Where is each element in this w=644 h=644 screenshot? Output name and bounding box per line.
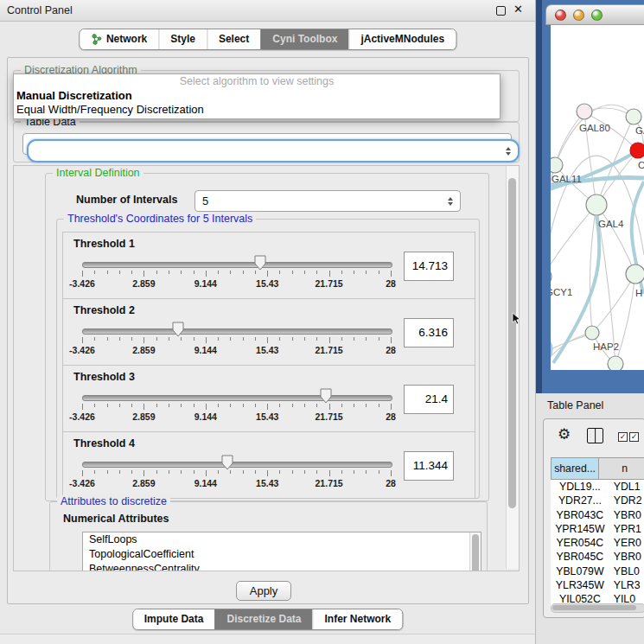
network-edge-thick[interactable] <box>551 150 638 194</box>
network-node[interactable] <box>608 356 623 370</box>
network-edge[interactable] <box>590 205 596 333</box>
network-node[interactable] <box>551 157 563 173</box>
cell-shared-name[interactable]: YLR345W <box>551 578 609 592</box>
tab-select[interactable]: Select <box>207 29 260 49</box>
algorithm-select[interactable] <box>27 139 520 163</box>
float-window-icon[interactable] <box>496 6 506 16</box>
network-edge[interactable] <box>592 274 635 333</box>
column-header-shared-name[interactable]: shared... <box>551 457 599 480</box>
tab-style[interactable]: Style <box>158 29 207 49</box>
network-edge[interactable] <box>551 205 596 277</box>
tab-label: Network <box>106 29 147 49</box>
network-window-titlebar[interactable] <box>545 4 644 25</box>
network-icon <box>91 33 102 46</box>
number-of-intervals-select[interactable]: 5 <box>194 190 461 212</box>
close-icon[interactable]: ✕ <box>513 3 523 16</box>
threshold-slider[interactable] <box>82 328 392 335</box>
column-header-name[interactable]: n <box>599 457 644 480</box>
table-row[interactable]: YBR043CYBR0 <box>551 508 644 522</box>
tab-network[interactable]: Network <box>80 29 158 49</box>
threshold-block: Threshold 2 -3.4262.8599.14415.4321.7152… <box>62 298 475 366</box>
threshold-slider[interactable] <box>82 462 392 468</box>
slider-thumb-icon[interactable] <box>320 388 332 404</box>
slider-thumb-icon[interactable] <box>221 455 233 470</box>
cell-shared-name[interactable]: YDR27... <box>551 494 609 507</box>
minimize-light-icon[interactable] <box>573 10 584 21</box>
attribute-list-item[interactable]: BetweennessCentrality <box>83 562 481 571</box>
network-edge[interactable] <box>555 112 584 165</box>
threshold-block: Threshold 1 -3.4262.8599.14415.4321.7152… <box>62 232 475 299</box>
attribute-list-item[interactable]: SelfLoops <box>83 532 481 547</box>
network-node[interactable] <box>626 109 641 124</box>
threshold-value-field[interactable]: 6.316 <box>404 318 454 348</box>
scale-label: 15.43 <box>256 411 278 422</box>
cell-name[interactable]: YLR3 <box>609 578 644 592</box>
cell-shared-name[interactable]: YBR045C <box>551 550 609 564</box>
cell-shared-name[interactable]: YBR043C <box>551 508 609 522</box>
cell-shared-name[interactable]: YBL079W <box>551 564 609 578</box>
cell-name[interactable]: YER0 <box>609 536 644 550</box>
cell-name[interactable]: YBL0 <box>609 564 644 578</box>
table-row[interactable]: YBL079WYBL0 <box>551 564 644 578</box>
network-canvas[interactable]: GAL80GACGAL11GAL4GCY1HHAP2 <box>551 25 644 370</box>
dropdown-option-manual-discretization[interactable]: Manual Discretization <box>14 89 500 103</box>
table-row[interactable]: YBR045CYBR0 <box>551 550 644 564</box>
settings-scrollbar[interactable] <box>506 166 519 569</box>
network-node[interactable] <box>626 265 644 284</box>
panel-title: Control Panel <box>7 0 73 21</box>
threshold-slider[interactable] <box>82 262 392 268</box>
network-node[interactable] <box>586 194 607 215</box>
tab-cyni-toolbox[interactable]: Cyni Toolbox <box>260 29 348 49</box>
threshold-value-field[interactable]: 14.713 <box>404 252 454 281</box>
threshold-value-field[interactable]: 11.344 <box>404 451 454 481</box>
scale-label: 2.859 <box>132 345 155 355</box>
gear-icon[interactable]: ⚙ <box>558 426 571 443</box>
network-node[interactable] <box>551 268 552 285</box>
table-row[interactable]: YPR145WYPR1 <box>551 522 644 536</box>
network-node[interactable] <box>577 104 592 119</box>
close-light-icon[interactable] <box>555 10 566 21</box>
dropdown-option-equal-width-frequency[interactable]: Equal Width/Frequency Discretization <box>14 103 500 117</box>
network-node[interactable] <box>585 326 599 340</box>
checkbox-icon[interactable]: ✓ <box>618 432 628 442</box>
checkbox-icon[interactable]: ✓ <box>629 432 639 442</box>
list-scrollbar[interactable] <box>469 532 481 571</box>
network-edge[interactable] <box>551 333 592 370</box>
network-edge-thick[interactable] <box>551 334 552 370</box>
tab-jactivemnodules[interactable]: jActiveMNodules <box>348 29 456 49</box>
slider-ticks <box>82 470 391 477</box>
threshold-slider[interactable] <box>82 395 392 401</box>
table-horizontal-scrollbar[interactable] <box>551 603 644 613</box>
table-row[interactable]: YDL19...YDL1 <box>551 480 644 494</box>
mouse-cursor <box>512 312 521 326</box>
numerical-attributes-list[interactable]: SelfLoopsTopologicalCoefficientBetweenne… <box>82 532 481 571</box>
table-row[interactable]: YDR27...YDR2 <box>551 494 644 507</box>
cell-name[interactable]: YBR0 <box>609 550 644 564</box>
network-node[interactable] <box>630 143 644 158</box>
tab-discretize-data[interactable]: Discretize Data <box>214 609 312 629</box>
slider-thumb-icon[interactable] <box>172 322 184 337</box>
slider-thumb-icon[interactable] <box>254 255 266 271</box>
cell-shared-name[interactable]: YER054C <box>551 536 609 550</box>
zoom-light-icon[interactable] <box>591 10 603 21</box>
cell-name[interactable]: YBR0 <box>609 508 644 522</box>
threshold-value-field[interactable]: 21.4 <box>404 385 454 414</box>
scale-label: 21.715 <box>316 345 343 355</box>
tab-infer-network[interactable]: Infer Network <box>313 609 403 629</box>
table-row[interactable]: YER054CYER0 <box>551 536 644 550</box>
node-label: GAL80 <box>579 123 610 133</box>
attribute-list-item[interactable]: TopologicalCoefficient <box>83 547 481 562</box>
cell-shared-name[interactable]: YPR145W <box>551 522 609 536</box>
node-attribute-table[interactable]: shared... n YDL19...YDL1YDR27...YDR2YBR0… <box>551 457 644 609</box>
tab-impute-data[interactable]: Impute Data <box>133 609 215 629</box>
split-columns-icon[interactable] <box>587 428 603 443</box>
scale-label: 15.43 <box>256 478 278 488</box>
cell-name[interactable]: YPR1 <box>609 522 644 536</box>
tab-label: Impute Data <box>144 609 204 629</box>
apply-button[interactable]: Apply <box>236 581 291 601</box>
table-row[interactable]: YLR345WYLR3 <box>551 578 644 592</box>
threshold-value: 6.316 <box>418 319 448 347</box>
cell-name[interactable]: YDR2 <box>609 494 644 507</box>
cell-name[interactable]: YDL1 <box>609 480 644 494</box>
cell-shared-name[interactable]: YDL19... <box>551 480 609 494</box>
